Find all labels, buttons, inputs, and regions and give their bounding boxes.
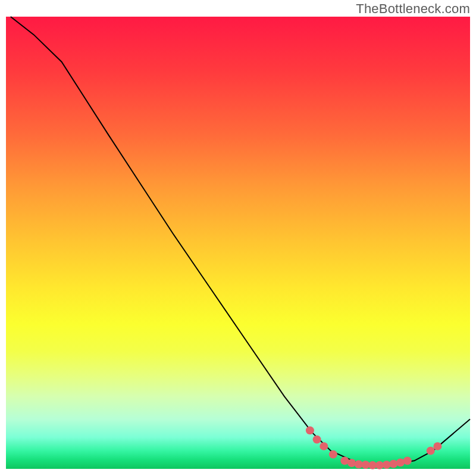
plot-area [6,17,470,469]
data-marker [389,460,397,468]
watermark-label: TheBottleneck.com [356,1,470,17]
chart-container: TheBottleneck.com [0,0,476,476]
data-marker [329,450,337,459]
marker-group [306,427,442,469]
data-marker [403,456,412,465]
data-marker [320,442,328,450]
data-marker [313,436,321,444]
bottleneck-curve [11,17,470,465]
data-marker [427,447,435,455]
data-marker [433,442,441,450]
data-marker [347,459,356,467]
curve-layer [6,17,470,469]
data-marker [306,427,314,435]
